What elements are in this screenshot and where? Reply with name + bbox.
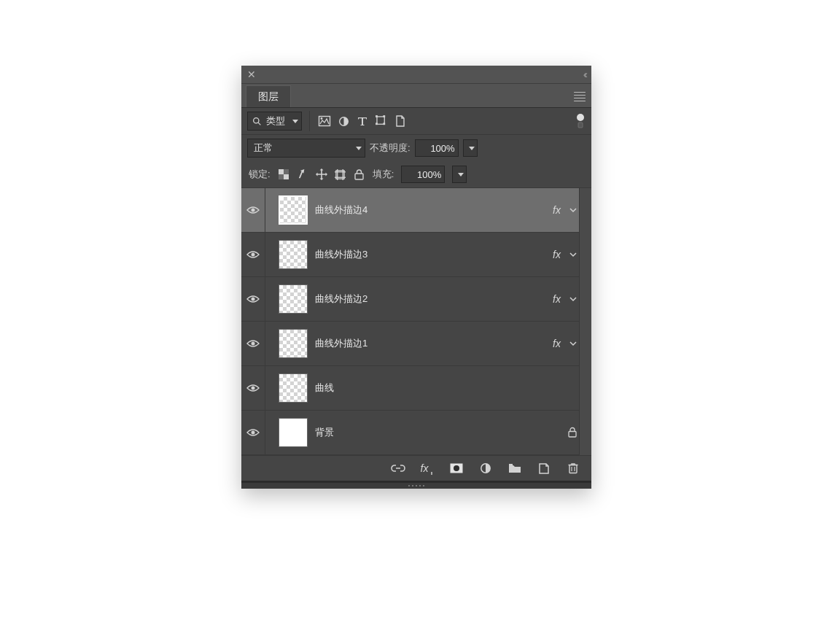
filter-kind-label: 类型 [266, 115, 285, 128]
filter-adjustment-layer-icon[interactable] [336, 114, 351, 128]
opacity-value: 100% [430, 143, 454, 154]
layer-row[interactable]: 曲线外描边2fx [241, 277, 591, 322]
layer-row[interactable]: 曲线 [241, 366, 591, 411]
layer-row[interactable]: 曲线外描边1fx [241, 322, 591, 366]
fx-indicator[interactable]: fx [553, 293, 561, 305]
lock-all-icon[interactable] [354, 168, 365, 180]
lock-artboard-icon[interactable] [335, 168, 346, 180]
collapse-icon[interactable]: ‹‹ [583, 69, 586, 80]
fill-input[interactable]: 100% [401, 166, 445, 183]
layer-name-label[interactable]: 背景 [315, 426, 561, 439]
fx-indicator[interactable]: fx [553, 249, 561, 260]
layers-panel: ✕ ‹‹ 图层 类型 [241, 66, 591, 489]
panel-body: 类型 [241, 107, 591, 483]
opacity-label[interactable]: 不透明度: [370, 141, 411, 155]
svg-rect-13 [284, 169, 289, 174]
svg-point-23 [252, 298, 255, 301]
layer-effects-icon[interactable]: fx [421, 462, 434, 475]
layer-group-icon[interactable] [508, 462, 521, 475]
svg-line-1 [258, 123, 260, 125]
filter-kind-dropdown[interactable]: 类型 [247, 112, 302, 131]
layer-name-label[interactable]: 曲线外描边4 [315, 203, 545, 217]
link-layers-icon[interactable] [392, 462, 405, 475]
lock-label: 锁定: [249, 168, 271, 181]
visibility-eye-icon[interactable] [241, 233, 265, 276]
scrollbar[interactable] [579, 188, 591, 455]
chevron-down-icon[interactable] [569, 295, 577, 303]
layer-name-label[interactable]: 曲线外描边2 [315, 292, 545, 306]
layer-thumbnail[interactable] [279, 329, 308, 358]
svg-point-25 [252, 387, 255, 390]
blend-row: 正常 不透明度: 100% [241, 135, 591, 161]
svg-rect-33 [569, 465, 577, 473]
blend-mode-dropdown[interactable]: 正常 [247, 139, 365, 158]
svg-point-22 [252, 253, 255, 257]
opacity-input[interactable]: 100% [415, 139, 459, 157]
layer-thumbnail[interactable] [279, 195, 308, 225]
svg-rect-20 [355, 174, 363, 179]
svg-rect-6 [376, 115, 378, 117]
visibility-eye-icon[interactable] [241, 277, 265, 321]
lock-position-icon[interactable] [316, 168, 327, 180]
lock-icon[interactable] [568, 427, 577, 438]
layer-bottom-toolbar: fx [241, 455, 591, 481]
chevron-down-icon [292, 120, 298, 123]
chevron-down-icon[interactable] [569, 206, 577, 214]
svg-rect-11 [279, 169, 284, 174]
svg-point-21 [252, 209, 255, 212]
layer-thumbnail[interactable] [279, 284, 308, 314]
svg-point-24 [252, 342, 255, 346]
chevron-down-icon [469, 147, 475, 150]
svg-rect-32 [509, 464, 513, 465]
svg-rect-27 [569, 432, 576, 438]
fill-dropdown-button[interactable] [452, 166, 467, 183]
visibility-eye-icon[interactable] [241, 366, 265, 410]
fx-indicator[interactable]: fx [553, 204, 561, 216]
chevron-down-icon [458, 173, 464, 177]
layer-row[interactable]: 背景 [241, 411, 591, 455]
lock-row: 锁定: 填充: 100% [241, 161, 591, 188]
svg-rect-7 [383, 115, 385, 117]
panel-titlebar: ✕ ‹‹ [241, 66, 591, 84]
close-icon[interactable]: ✕ [247, 69, 256, 80]
delete-layer-icon[interactable] [567, 462, 580, 475]
svg-point-0 [254, 117, 259, 123]
layer-row[interactable]: 曲线外描边4fx [241, 188, 591, 233]
menu-icon[interactable] [574, 92, 586, 107]
layer-name-label[interactable]: 曲线外描边3 [315, 248, 545, 261]
panel-resize-handle[interactable] [241, 483, 591, 489]
layer-name-label[interactable]: 曲线外描边1 [315, 337, 545, 350]
opacity-dropdown-button[interactable] [463, 139, 478, 157]
chevron-down-icon[interactable] [569, 339, 577, 348]
lock-image-pixels-icon[interactable] [297, 168, 308, 180]
filter-pixel-layer-icon[interactable] [317, 114, 332, 128]
filter-smart-object-icon[interactable] [393, 114, 408, 128]
svg-rect-2 [319, 117, 330, 126]
chevron-down-icon[interactable] [569, 250, 577, 259]
layer-thumbnail[interactable] [279, 373, 308, 403]
visibility-eye-icon[interactable] [241, 188, 265, 232]
chevron-down-icon [356, 147, 362, 150]
visibility-eye-icon[interactable] [241, 322, 265, 365]
blend-mode-label: 正常 [254, 141, 273, 155]
layer-mask-icon[interactable] [450, 462, 463, 475]
layer-list: 曲线外描边4fx曲线外描边3fx曲线外描边2fx曲线外描边1fx曲线背景 [241, 188, 591, 455]
filter-shape-layer-icon[interactable] [374, 114, 389, 128]
fx-indicator[interactable]: fx [553, 338, 561, 349]
layer-thumbnail[interactable] [279, 418, 308, 447]
visibility-eye-icon[interactable] [241, 411, 265, 454]
new-layer-icon[interactable] [537, 462, 551, 475]
lock-transparent-pixels-icon[interactable] [278, 168, 289, 180]
layer-name-label[interactable]: 曲线 [315, 381, 577, 395]
svg-point-3 [321, 117, 323, 120]
svg-point-26 [252, 431, 255, 435]
filter-toggle-switch[interactable] [575, 114, 586, 128]
tab-layers[interactable]: 图层 [246, 85, 291, 107]
adjustment-layer-icon[interactable] [479, 462, 492, 475]
filter-type-layer-icon[interactable] [355, 114, 370, 128]
filter-row: 类型 [241, 108, 591, 135]
svg-rect-9 [383, 123, 385, 125]
fill-label[interactable]: 填充: [373, 168, 394, 181]
layer-thumbnail[interactable] [279, 240, 308, 269]
layer-row[interactable]: 曲线外描边3fx [241, 233, 591, 277]
